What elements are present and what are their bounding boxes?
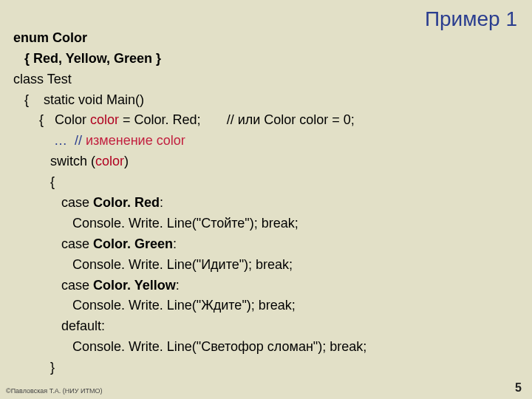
code-text: { Color: [39, 112, 90, 127]
footer-copyright: ©Павловская Т.А. (НИУ ИТМО): [6, 387, 102, 395]
code-line: default:: [61, 318, 105, 333]
code-block: enum Color { Red, Yellow, Green } class …: [13, 7, 519, 378]
code-text: :: [176, 278, 180, 293]
code-text: … //: [54, 133, 86, 148]
slide-title: Пример 1: [425, 7, 517, 31]
code-line: class Test: [13, 72, 72, 86]
identifier-color: color: [90, 112, 119, 127]
code-text: case: [61, 195, 93, 210]
code-line: {: [50, 174, 55, 189]
code-line: { static void Main(): [24, 92, 144, 107]
slide: Пример 1 enum Color { Red, Yellow, Green…: [0, 0, 532, 399]
code-line: enum Color: [13, 30, 87, 45]
case-label: Color. Green: [93, 236, 173, 251]
code-text: ): [124, 154, 129, 168]
code-line: }: [50, 360, 55, 375]
code-line: Console. Write. Line("Светофор сломан");…: [72, 339, 366, 354]
identifier-color: color: [95, 154, 124, 168]
code-line: Console. Write. Line("Стойте"); break;: [72, 216, 299, 231]
code-text: case: [61, 236, 93, 251]
code-line: Console. Write. Line("Идите"); break;: [72, 257, 293, 272]
page-number: 5: [515, 381, 522, 395]
code-text: case: [61, 278, 93, 293]
code-line: Console. Write. Line("Ждите"); break;: [72, 298, 296, 313]
case-label: Color. Red: [93, 195, 160, 210]
code-text: :: [160, 195, 163, 210]
comment: // или Color color = 0;: [227, 112, 355, 127]
code-line: { Red, Yellow, Green }: [24, 51, 161, 66]
code-text: = Color. Red;: [119, 112, 201, 127]
code-text: switch (: [50, 154, 95, 168]
case-label: Color. Yellow: [93, 278, 176, 293]
code-text: :: [173, 236, 177, 251]
comment-text: изменение color: [86, 133, 185, 148]
